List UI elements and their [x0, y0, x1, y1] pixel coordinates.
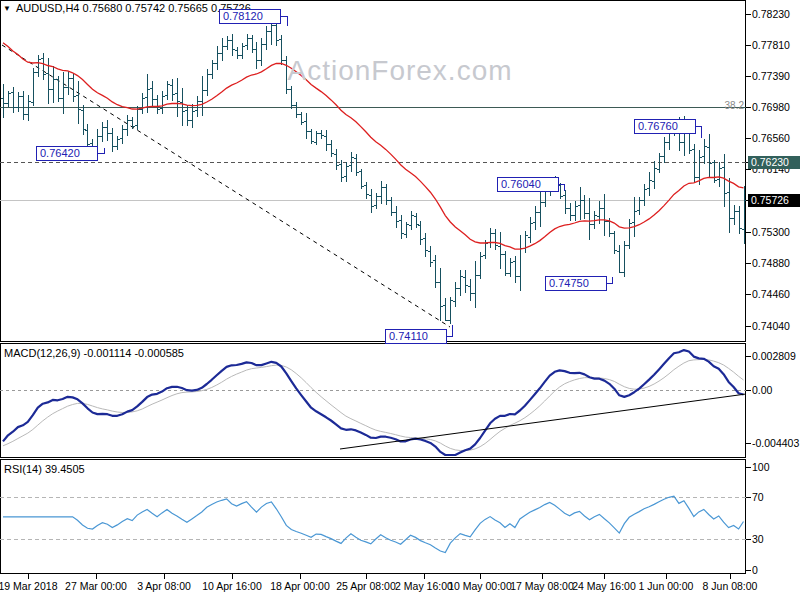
- price-axis-label: 0.76980: [752, 101, 790, 113]
- price-axis-label: 0.74880: [752, 257, 790, 269]
- panel-frame-2: [1, 460, 746, 574]
- rsi-axis-label: 100: [752, 461, 770, 473]
- price-axis-label: 0.75300: [752, 226, 790, 238]
- time-axis-label: 8 Jun 08:00: [703, 580, 758, 592]
- price-axis-label: 0.74460: [752, 288, 790, 300]
- rsi-axis-label: 30: [752, 533, 764, 545]
- price-axis-label: 0.78230: [752, 8, 790, 20]
- symbol-dropdown-icon[interactable]: ▼: [3, 3, 11, 14]
- rsi-indicator-label: RSI(14) 39.4505: [4, 463, 85, 475]
- resistance-axis-marker: 0.76230: [748, 156, 800, 169]
- swing-label-0.76040: 0.76040: [497, 177, 559, 192]
- swing-label-connector: [281, 17, 287, 27]
- panel-frame-1: [1, 344, 746, 458]
- time-axis-label: 3 Apr 08:00: [137, 580, 191, 592]
- swing-label-0.74750: 0.74750: [545, 276, 607, 291]
- time-axis-label: 18 Apr 00:00: [270, 580, 330, 592]
- time-axis-label: 19 Mar 2018: [0, 580, 58, 592]
- time-axis-label: 25 Apr 08:00: [336, 580, 396, 592]
- symbol-ohlc-title: AUDUSD,H4 0.75680 0.75742 0.75665 0.7572…: [16, 2, 251, 14]
- rsi-line: [3, 496, 744, 552]
- current-price-axis-marker: 0.75726: [748, 194, 800, 207]
- macd-axis-label: 0.00: [752, 384, 773, 396]
- price-axis-label: 0.76560: [752, 132, 790, 144]
- swing-label-0.76760: 0.76760: [634, 119, 696, 134]
- macd-indicator-label: MACD(12,26,9) -0.001114 -0.000585: [4, 347, 184, 359]
- time-axis-label: 10 May 00:00: [448, 580, 512, 592]
- price-axis-label: 0.77810: [752, 39, 790, 51]
- time-axis-label: 17 May 08:00: [510, 580, 574, 592]
- macd-axis-label: -0.004403: [752, 437, 799, 449]
- swing-label-0.78120: 0.78120: [219, 9, 281, 24]
- panel-frame-0: [1, 1, 746, 342]
- descending-trendline-dashed: [2, 45, 450, 327]
- swing-label-connector: [696, 127, 701, 139]
- swing-label-0.74110: 0.74110: [385, 329, 447, 344]
- price-axis-label: 0.74040: [752, 320, 790, 332]
- time-axis-label: 2 May 16:00: [395, 580, 453, 592]
- swing-label-connector: [607, 277, 612, 284]
- macd-main-line: [3, 350, 744, 455]
- fib-382-label: 38.2: [700, 100, 744, 111]
- symbol-title-bar: ▼ AUDUSD,H4 0.75680 0.75742 0.75665 0.75…: [3, 2, 251, 14]
- chart-canvas[interactable]: 0.782300.778100.773900.769800.765600.761…: [0, 0, 800, 600]
- rsi-axis-label: 0: [752, 564, 758, 576]
- time-axis-label: 10 Apr 16:00: [202, 580, 262, 592]
- time-axis-label: 27 Mar 00:00: [65, 580, 127, 592]
- swing-label-connector: [98, 148, 104, 154]
- time-axis-label: 24 May 16:00: [572, 580, 636, 592]
- macd-axis-label: 0.002809: [752, 350, 796, 362]
- time-axis-label: 1 Jun 00:00: [639, 580, 694, 592]
- rsi-axis-label: 70: [752, 491, 764, 503]
- watermark: ActionForex.com: [0, 55, 800, 87]
- swing-label-0.76420: 0.76420: [36, 146, 98, 161]
